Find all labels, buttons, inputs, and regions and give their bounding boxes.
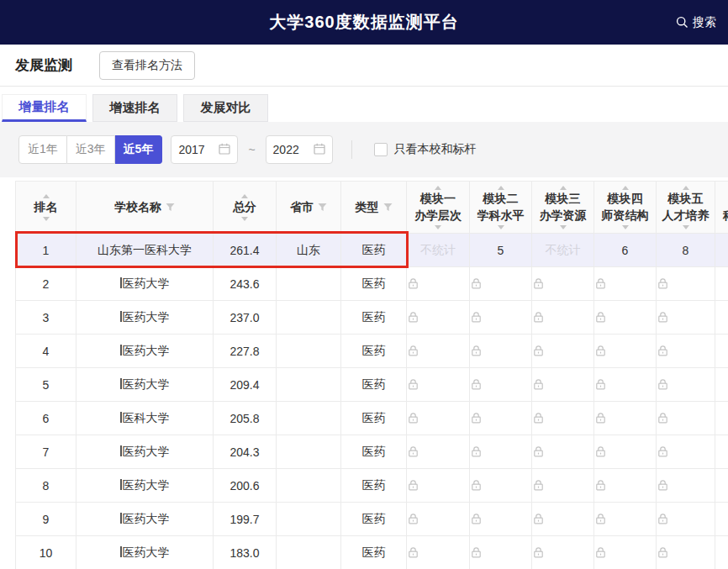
sort-desc-icon[interactable] <box>498 225 504 229</box>
total-score-cell: 183.0 <box>214 536 277 569</box>
filter-icon[interactable] <box>166 203 175 212</box>
range-3year-button[interactable]: 近3年 <box>67 135 115 164</box>
sort-desc-icon[interactable] <box>622 225 629 229</box>
lock-icon <box>532 445 593 458</box>
module-1-cell[interactable] <box>407 301 470 335</box>
sort-asc-icon[interactable] <box>435 186 441 190</box>
module-2-cell[interactable] <box>470 435 532 469</box>
lock-icon <box>532 277 593 290</box>
module-1-cell[interactable] <box>407 402 470 435</box>
col-header-rank[interactable]: 排名 <box>16 182 76 234</box>
module-4-cell[interactable] <box>594 335 657 368</box>
col-header-type[interactable]: 类型 <box>341 182 407 234</box>
search-button[interactable]: 搜索 <box>676 15 716 30</box>
module-3-cell[interactable] <box>532 402 594 435</box>
sort-asc-icon[interactable] <box>241 194 248 198</box>
module-2-cell[interactable] <box>470 368 532 402</box>
filter-icon[interactable] <box>318 203 327 212</box>
province-cell <box>277 402 341 435</box>
range-1year-button[interactable]: 近1年 <box>18 135 67 164</box>
module-4-cell[interactable] <box>594 435 657 469</box>
tab-bar: 增量排名 增速排名 发展对比 <box>0 87 728 122</box>
module-1-cell[interactable] <box>407 368 470 402</box>
col-header-module2[interactable]: 模块二学科水平 <box>470 182 532 234</box>
module-1-cell[interactable] <box>407 335 470 368</box>
module-3-cell[interactable] <box>532 435 594 469</box>
lock-icon <box>594 445 656 458</box>
lock-icon <box>470 479 531 492</box>
module-4-cell[interactable] <box>594 402 657 435</box>
sort-asc-icon[interactable] <box>498 186 504 190</box>
module-5-cell[interactable] <box>657 267 715 301</box>
module-4-cell[interactable] <box>594 503 657 536</box>
sort-desc-icon[interactable] <box>43 217 50 221</box>
module-1-cell[interactable] <box>407 503 470 536</box>
module-5-cell[interactable] <box>657 503 715 536</box>
module-5-cell[interactable] <box>657 368 715 402</box>
year-from-picker[interactable]: 2017 <box>171 135 238 164</box>
sort-desc-icon[interactable] <box>560 225 567 229</box>
col-header-province[interactable]: 省市 <box>277 182 341 234</box>
col-header-module5[interactable]: 模块五人才培养 <box>657 182 715 234</box>
tab-development-compare[interactable]: 发展对比 <box>183 94 268 122</box>
module-4-cell[interactable] <box>594 301 657 335</box>
sort-desc-icon[interactable] <box>241 217 248 221</box>
school-name-cell: 医药大学 <box>76 536 214 569</box>
col-header-total-score[interactable]: 总分 <box>214 182 277 234</box>
module-3-cell[interactable] <box>532 536 594 569</box>
type-cell: 医药 <box>341 402 407 435</box>
school-name-cell: 山东第一医科大学 <box>76 234 214 267</box>
module-3-cell[interactable] <box>532 503 594 536</box>
year-to-picker[interactable]: 2022 <box>266 135 333 164</box>
module-3-cell[interactable] <box>532 267 594 301</box>
filter-icon[interactable] <box>383 203 393 212</box>
sort-asc-icon[interactable] <box>622 186 629 190</box>
module-2-cell[interactable] <box>470 267 532 301</box>
col-header-module6[interactable]: 模块六科学研究 <box>715 182 728 234</box>
module-1-cell[interactable] <box>407 469 470 503</box>
tab-growth-ranking[interactable]: 增速排名 <box>92 94 177 122</box>
view-ranking-method-button[interactable]: 查看排名方法 <box>99 51 195 80</box>
module-3-cell[interactable] <box>532 335 594 368</box>
checkbox-box[interactable] <box>374 143 388 156</box>
sort-desc-icon[interactable] <box>435 225 441 229</box>
module-5-cell[interactable] <box>657 536 715 569</box>
sort-asc-icon[interactable] <box>683 186 689 190</box>
rank-cell: 5 <box>16 368 76 402</box>
range-5year-button[interactable]: 近5年 <box>115 135 163 164</box>
tab-increment-ranking[interactable]: 增量排名 <box>2 94 87 122</box>
module-5-cell[interactable] <box>657 435 715 469</box>
module-5-cell[interactable] <box>657 402 715 435</box>
sort-asc-icon[interactable] <box>560 186 567 190</box>
module-3-cell: 不统计 <box>532 234 594 267</box>
module-1-cell[interactable] <box>407 267 470 301</box>
col-header-module4[interactable]: 模块四师资结构 <box>594 182 657 234</box>
module-5-cell[interactable] <box>657 335 715 368</box>
col-header-module1[interactable]: 模块一办学层次 <box>407 182 470 234</box>
only-own-school-checkbox[interactable]: 只看本校和标杆 <box>374 142 477 157</box>
module-3-cell[interactable] <box>532 368 594 402</box>
sort-asc-icon[interactable] <box>43 194 50 198</box>
module-5-cell[interactable] <box>657 469 715 503</box>
sort-desc-icon[interactable] <box>683 225 689 229</box>
module-3-cell[interactable] <box>532 301 594 335</box>
col-header-school-name[interactable]: 学校名称 <box>76 182 214 234</box>
module-2-cell[interactable] <box>470 536 532 569</box>
table-row: 2医药大学243.6医药 <box>16 267 728 301</box>
col-header-module3[interactable]: 模块三办学资源 <box>532 182 594 234</box>
school-name-cell: 医药大学 <box>76 335 214 368</box>
table-row: 10医药大学183.0医药 <box>16 536 728 569</box>
module-4-cell[interactable] <box>594 368 657 402</box>
module-4-cell[interactable] <box>594 536 657 569</box>
module-2-cell[interactable] <box>470 301 532 335</box>
module-2-cell[interactable] <box>470 335 532 368</box>
module-3-cell[interactable] <box>532 469 594 503</box>
module-2-cell[interactable] <box>470 503 532 536</box>
module-1-cell[interactable] <box>407 435 470 469</box>
module-2-cell[interactable] <box>470 469 532 503</box>
module-4-cell[interactable] <box>594 469 657 503</box>
module-2-cell[interactable] <box>470 402 532 435</box>
module-5-cell[interactable] <box>657 301 715 335</box>
module-4-cell[interactable] <box>594 267 657 301</box>
module-1-cell[interactable] <box>407 536 470 569</box>
